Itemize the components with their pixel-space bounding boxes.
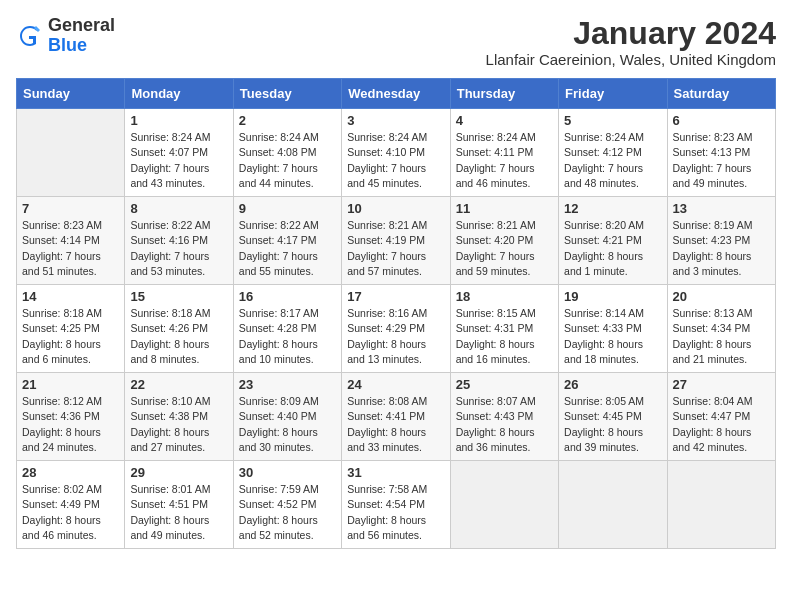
- day-number: 17: [347, 289, 444, 304]
- logo-general: General: [48, 15, 115, 35]
- day-info: Sunrise: 8:18 AMSunset: 4:25 PMDaylight:…: [22, 306, 119, 367]
- calendar-title: January 2024: [486, 16, 776, 51]
- day-cell: 28Sunrise: 8:02 AMSunset: 4:49 PMDayligh…: [17, 461, 125, 549]
- day-number: 26: [564, 377, 661, 392]
- day-info: Sunrise: 8:24 AMSunset: 4:11 PMDaylight:…: [456, 130, 553, 191]
- day-info: Sunrise: 7:59 AMSunset: 4:52 PMDaylight:…: [239, 482, 336, 543]
- week-row-5: 28Sunrise: 8:02 AMSunset: 4:49 PMDayligh…: [17, 461, 776, 549]
- day-cell: 14Sunrise: 8:18 AMSunset: 4:25 PMDayligh…: [17, 285, 125, 373]
- day-info: Sunrise: 8:22 AMSunset: 4:17 PMDaylight:…: [239, 218, 336, 279]
- week-row-2: 7Sunrise: 8:23 AMSunset: 4:14 PMDaylight…: [17, 197, 776, 285]
- day-info: Sunrise: 8:24 AMSunset: 4:10 PMDaylight:…: [347, 130, 444, 191]
- day-cell: 6Sunrise: 8:23 AMSunset: 4:13 PMDaylight…: [667, 109, 775, 197]
- logo: General Blue: [16, 16, 115, 56]
- title-block: January 2024 Llanfair Caereinion, Wales,…: [486, 16, 776, 68]
- day-number: 5: [564, 113, 661, 128]
- day-number: 14: [22, 289, 119, 304]
- day-info: Sunrise: 7:58 AMSunset: 4:54 PMDaylight:…: [347, 482, 444, 543]
- day-info: Sunrise: 8:12 AMSunset: 4:36 PMDaylight:…: [22, 394, 119, 455]
- logo-blue: Blue: [48, 35, 87, 55]
- header-row: SundayMondayTuesdayWednesdayThursdayFrid…: [17, 79, 776, 109]
- day-number: 19: [564, 289, 661, 304]
- day-info: Sunrise: 8:05 AMSunset: 4:45 PMDaylight:…: [564, 394, 661, 455]
- day-number: 12: [564, 201, 661, 216]
- day-number: 3: [347, 113, 444, 128]
- day-info: Sunrise: 8:16 AMSunset: 4:29 PMDaylight:…: [347, 306, 444, 367]
- calendar-subtitle: Llanfair Caereinion, Wales, United Kingd…: [486, 51, 776, 68]
- day-number: 18: [456, 289, 553, 304]
- day-cell: 25Sunrise: 8:07 AMSunset: 4:43 PMDayligh…: [450, 373, 558, 461]
- day-info: Sunrise: 8:07 AMSunset: 4:43 PMDaylight:…: [456, 394, 553, 455]
- header-cell-wednesday: Wednesday: [342, 79, 450, 109]
- day-number: 9: [239, 201, 336, 216]
- week-row-4: 21Sunrise: 8:12 AMSunset: 4:36 PMDayligh…: [17, 373, 776, 461]
- day-number: 27: [673, 377, 770, 392]
- day-cell: 18Sunrise: 8:15 AMSunset: 4:31 PMDayligh…: [450, 285, 558, 373]
- header-cell-friday: Friday: [559, 79, 667, 109]
- day-cell: 23Sunrise: 8:09 AMSunset: 4:40 PMDayligh…: [233, 373, 341, 461]
- day-cell: 29Sunrise: 8:01 AMSunset: 4:51 PMDayligh…: [125, 461, 233, 549]
- day-number: 31: [347, 465, 444, 480]
- day-number: 24: [347, 377, 444, 392]
- day-info: Sunrise: 8:24 AMSunset: 4:08 PMDaylight:…: [239, 130, 336, 191]
- day-cell: 26Sunrise: 8:05 AMSunset: 4:45 PMDayligh…: [559, 373, 667, 461]
- day-cell: [450, 461, 558, 549]
- day-number: 10: [347, 201, 444, 216]
- day-cell: 15Sunrise: 8:18 AMSunset: 4:26 PMDayligh…: [125, 285, 233, 373]
- day-number: 28: [22, 465, 119, 480]
- week-row-3: 14Sunrise: 8:18 AMSunset: 4:25 PMDayligh…: [17, 285, 776, 373]
- day-number: 13: [673, 201, 770, 216]
- day-info: Sunrise: 8:17 AMSunset: 4:28 PMDaylight:…: [239, 306, 336, 367]
- day-number: 8: [130, 201, 227, 216]
- day-cell: 17Sunrise: 8:16 AMSunset: 4:29 PMDayligh…: [342, 285, 450, 373]
- header-cell-monday: Monday: [125, 79, 233, 109]
- day-cell: 11Sunrise: 8:21 AMSunset: 4:20 PMDayligh…: [450, 197, 558, 285]
- day-info: Sunrise: 8:09 AMSunset: 4:40 PMDaylight:…: [239, 394, 336, 455]
- day-info: Sunrise: 8:19 AMSunset: 4:23 PMDaylight:…: [673, 218, 770, 279]
- day-cell: 19Sunrise: 8:14 AMSunset: 4:33 PMDayligh…: [559, 285, 667, 373]
- day-info: Sunrise: 8:14 AMSunset: 4:33 PMDaylight:…: [564, 306, 661, 367]
- day-info: Sunrise: 8:24 AMSunset: 4:12 PMDaylight:…: [564, 130, 661, 191]
- day-cell: 5Sunrise: 8:24 AMSunset: 4:12 PMDaylight…: [559, 109, 667, 197]
- page-header: General Blue January 2024 Llanfair Caere…: [16, 16, 776, 68]
- logo-icon: [16, 22, 44, 50]
- day-info: Sunrise: 8:24 AMSunset: 4:07 PMDaylight:…: [130, 130, 227, 191]
- day-number: 29: [130, 465, 227, 480]
- day-cell: 20Sunrise: 8:13 AMSunset: 4:34 PMDayligh…: [667, 285, 775, 373]
- day-number: 23: [239, 377, 336, 392]
- day-cell: [559, 461, 667, 549]
- day-cell: 16Sunrise: 8:17 AMSunset: 4:28 PMDayligh…: [233, 285, 341, 373]
- header-cell-tuesday: Tuesday: [233, 79, 341, 109]
- day-cell: 2Sunrise: 8:24 AMSunset: 4:08 PMDaylight…: [233, 109, 341, 197]
- day-cell: [667, 461, 775, 549]
- day-info: Sunrise: 8:21 AMSunset: 4:20 PMDaylight:…: [456, 218, 553, 279]
- day-number: 21: [22, 377, 119, 392]
- day-info: Sunrise: 8:23 AMSunset: 4:14 PMDaylight:…: [22, 218, 119, 279]
- day-number: 7: [22, 201, 119, 216]
- day-cell: 13Sunrise: 8:19 AMSunset: 4:23 PMDayligh…: [667, 197, 775, 285]
- day-number: 30: [239, 465, 336, 480]
- day-info: Sunrise: 8:23 AMSunset: 4:13 PMDaylight:…: [673, 130, 770, 191]
- day-info: Sunrise: 8:08 AMSunset: 4:41 PMDaylight:…: [347, 394, 444, 455]
- day-number: 4: [456, 113, 553, 128]
- day-cell: 1Sunrise: 8:24 AMSunset: 4:07 PMDaylight…: [125, 109, 233, 197]
- day-cell: 8Sunrise: 8:22 AMSunset: 4:16 PMDaylight…: [125, 197, 233, 285]
- calendar-body: 1Sunrise: 8:24 AMSunset: 4:07 PMDaylight…: [17, 109, 776, 549]
- day-number: 6: [673, 113, 770, 128]
- day-cell: [17, 109, 125, 197]
- day-info: Sunrise: 8:20 AMSunset: 4:21 PMDaylight:…: [564, 218, 661, 279]
- day-cell: 30Sunrise: 7:59 AMSunset: 4:52 PMDayligh…: [233, 461, 341, 549]
- day-number: 20: [673, 289, 770, 304]
- day-cell: 27Sunrise: 8:04 AMSunset: 4:47 PMDayligh…: [667, 373, 775, 461]
- day-info: Sunrise: 8:15 AMSunset: 4:31 PMDaylight:…: [456, 306, 553, 367]
- day-number: 2: [239, 113, 336, 128]
- day-cell: 3Sunrise: 8:24 AMSunset: 4:10 PMDaylight…: [342, 109, 450, 197]
- day-info: Sunrise: 8:02 AMSunset: 4:49 PMDaylight:…: [22, 482, 119, 543]
- day-cell: 24Sunrise: 8:08 AMSunset: 4:41 PMDayligh…: [342, 373, 450, 461]
- calendar-table: SundayMondayTuesdayWednesdayThursdayFrid…: [16, 78, 776, 549]
- day-info: Sunrise: 8:13 AMSunset: 4:34 PMDaylight:…: [673, 306, 770, 367]
- calendar-header: SundayMondayTuesdayWednesdayThursdayFrid…: [17, 79, 776, 109]
- logo-text: General Blue: [48, 16, 115, 56]
- day-number: 22: [130, 377, 227, 392]
- day-info: Sunrise: 8:21 AMSunset: 4:19 PMDaylight:…: [347, 218, 444, 279]
